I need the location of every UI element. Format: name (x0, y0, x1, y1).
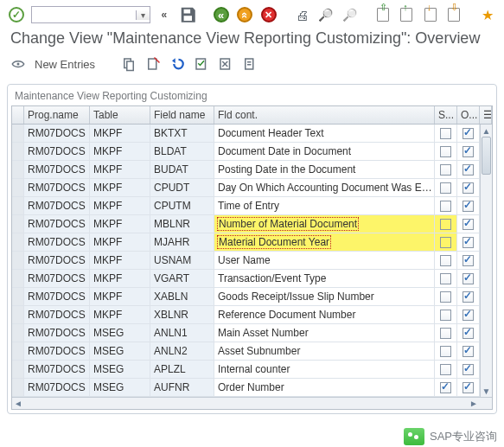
col-field[interactable]: Field name (150, 106, 214, 124)
col-s[interactable]: S... (435, 106, 457, 124)
row-selector[interactable] (12, 361, 24, 378)
table-row[interactable]: RM07DOCSMSEGAUFNROrder Number (12, 379, 492, 397)
new-entries-button[interactable]: New Entries (35, 58, 95, 71)
table-row[interactable]: RM07DOCSMKPFMBLNRNumber of Material Docu… (12, 215, 492, 233)
row-selector[interactable] (12, 342, 24, 360)
find-icon[interactable] (316, 5, 335, 24)
find-next-icon[interactable] (340, 5, 360, 24)
cell-s-checkbox[interactable] (435, 179, 457, 196)
favorite-icon[interactable]: ★ (477, 5, 497, 24)
delete-icon[interactable] (145, 56, 161, 72)
table-row[interactable]: RM07DOCSMKPFBKTXTDocument Header Text (12, 125, 492, 143)
cell-desc[interactable]: User Name (214, 252, 435, 269)
cell-desc[interactable]: Asset Subnumber (214, 342, 435, 360)
cell-o-checkbox[interactable] (457, 215, 480, 233)
scroll-down-icon[interactable]: ▼ (481, 385, 492, 397)
cell-o-checkbox[interactable] (457, 379, 480, 396)
cell-desc[interactable]: Goods Receipt/Issue Slip Number (214, 288, 435, 305)
row-selector[interactable] (12, 197, 24, 214)
select-all-icon[interactable] (194, 56, 209, 72)
cell-s-checkbox[interactable] (435, 233, 457, 251)
cell-o-checkbox[interactable] (457, 361, 480, 378)
row-selector[interactable] (12, 379, 24, 396)
copy-as-icon[interactable] (121, 56, 137, 72)
row-selector[interactable] (12, 143, 24, 160)
row-selector[interactable] (12, 125, 24, 142)
toggle-display-icon[interactable] (10, 56, 26, 72)
row-selector[interactable] (12, 215, 24, 233)
cell-o-checkbox[interactable] (457, 324, 480, 342)
col-o[interactable]: O... (457, 106, 480, 124)
cell-o-checkbox[interactable] (457, 252, 480, 269)
table-row[interactable]: RM07DOCSMKPFUSNAMUser Name (12, 252, 492, 270)
table-row[interactable]: RM07DOCSMSEGAPLZLInternal counter (12, 361, 492, 379)
cell-o-checkbox[interactable] (457, 233, 480, 251)
cell-desc[interactable]: Main Asset Number (214, 324, 435, 342)
deselect-all-icon[interactable] (218, 56, 233, 72)
scroll-up-icon[interactable]: ▲ (481, 125, 492, 137)
cell-desc[interactable]: Time of Entry (214, 197, 435, 214)
exit-button[interactable] (235, 5, 255, 24)
col-table[interactable]: Table (90, 106, 150, 124)
cell-o-checkbox[interactable] (457, 288, 480, 305)
enter-button[interactable] (7, 5, 27, 24)
cell-s-checkbox[interactable] (435, 161, 457, 178)
cell-desc[interactable]: Day On Which Accounting Document Was E… (214, 179, 435, 196)
table-row[interactable]: RM07DOCSMKPFBLDATDocument Date in Docume… (12, 143, 492, 161)
cell-s-checkbox[interactable] (435, 324, 457, 342)
cell-s-checkbox[interactable] (435, 197, 457, 214)
scroll-thumb[interactable] (482, 137, 491, 175)
table-row[interactable]: RM07DOCSMKPFCPUTMTime of Entry (12, 197, 492, 215)
vertical-scrollbar[interactable]: ▲ ▼ (480, 125, 492, 397)
cell-o-checkbox[interactable] (457, 161, 480, 178)
cell-o-checkbox[interactable] (457, 306, 480, 323)
cell-s-checkbox[interactable] (435, 125, 457, 142)
cell-s-checkbox[interactable] (435, 252, 457, 269)
cell-o-checkbox[interactable] (457, 342, 480, 360)
table-row[interactable]: RM07DOCSMKPFXBLNRReference Document Numb… (12, 306, 492, 324)
cell-o-checkbox[interactable] (457, 143, 480, 160)
row-selector[interactable] (12, 288, 24, 305)
cancel-button[interactable] (259, 5, 279, 24)
row-selector[interactable] (12, 233, 24, 251)
row-selector[interactable] (12, 306, 24, 323)
cell-s-checkbox[interactable] (435, 379, 457, 396)
horizontal-scrollbar[interactable]: ◄ ► (12, 397, 492, 409)
scroll-left-icon[interactable]: ◄ (12, 399, 24, 408)
cell-s-checkbox[interactable] (435, 215, 457, 233)
scroll-right-icon[interactable]: ► (468, 399, 480, 408)
cell-s-checkbox[interactable] (435, 143, 457, 160)
cell-desc[interactable]: Document Date in Document (214, 143, 435, 160)
col-desc[interactable]: Fld cont. (214, 106, 435, 124)
table-row[interactable]: RM07DOCSMKPFVGARTTransaction/Event Type (12, 270, 492, 288)
col-config-icon[interactable]: ☰ (480, 106, 492, 124)
command-field[interactable]: ▾ (31, 6, 150, 23)
cell-s-checkbox[interactable] (435, 288, 457, 305)
undo-icon[interactable] (169, 56, 185, 72)
first-page-icon[interactable]: ⇧ (373, 5, 392, 24)
cell-desc[interactable]: Posting Date in the Document (214, 161, 435, 178)
cell-o-checkbox[interactable] (457, 179, 480, 196)
back-button[interactable] (211, 5, 231, 24)
cell-o-checkbox[interactable] (457, 270, 480, 287)
row-selector-header[interactable] (12, 106, 24, 124)
cell-o-checkbox[interactable] (457, 197, 480, 214)
cell-desc[interactable]: Material Document Year (214, 233, 435, 251)
back-first-button[interactable] (155, 5, 175, 24)
cell-desc[interactable]: Order Number (214, 379, 435, 396)
cell-desc[interactable]: Document Header Text (214, 125, 435, 142)
table-row[interactable]: RM07DOCSMSEGANLN2Asset Subnumber (12, 342, 492, 361)
cell-s-checkbox[interactable] (435, 306, 457, 323)
row-selector[interactable] (12, 179, 24, 196)
cell-desc[interactable]: Reference Document Number (214, 306, 435, 323)
row-selector[interactable] (12, 270, 24, 287)
row-selector[interactable] (12, 324, 24, 342)
prev-page-icon[interactable]: ↑ (397, 5, 417, 24)
cell-s-checkbox[interactable] (435, 342, 457, 360)
config-icon[interactable] (242, 56, 258, 72)
row-selector[interactable] (12, 252, 24, 269)
cell-s-checkbox[interactable] (435, 361, 457, 378)
last-page-icon[interactable]: ⇩ (444, 5, 464, 24)
next-page-icon[interactable]: ↓ (421, 5, 441, 24)
row-selector[interactable] (12, 161, 24, 178)
